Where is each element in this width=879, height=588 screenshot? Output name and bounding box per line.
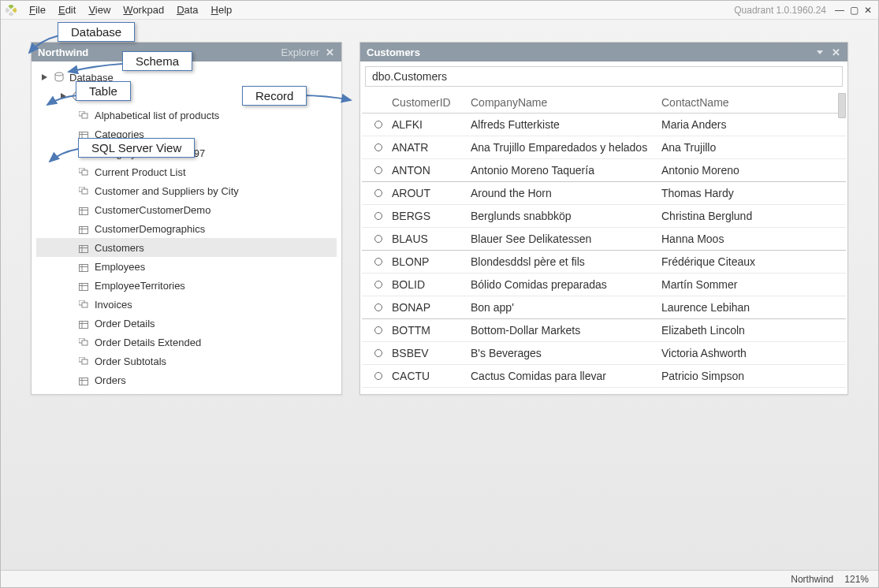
tree-item[interactable]: Order Details — [36, 314, 337, 333]
panel-menu-icon[interactable] — [814, 47, 825, 58]
cell-companyname: Cactus Comidas para llevar — [471, 370, 661, 382]
tree-item[interactable]: Invoices — [36, 295, 337, 314]
callout-database: Database — [58, 22, 135, 42]
table-icon — [79, 206, 90, 214]
cell-contactname: Antonio Moreno — [661, 164, 846, 177]
path-bar[interactable]: dbo.Customers — [365, 66, 843, 87]
cell-customerid: BERGS — [392, 210, 471, 222]
record-bullet-icon — [374, 212, 382, 220]
expander-icon[interactable] — [60, 92, 68, 100]
table-row[interactable]: BLONPBlondesddsl père et filsFrédérique … — [362, 251, 846, 274]
tree-item-label: Order Subtotals — [95, 355, 166, 367]
cell-contactname: Ana Trujillo — [661, 141, 846, 154]
tree-item[interactable]: CustomerDemographics — [36, 219, 337, 238]
table-row[interactable]: ANTONAntonio Moreno TaqueríaAntonio More… — [362, 159, 846, 182]
tree-item-label: CustomerCustomerDemo — [95, 204, 210, 216]
table-row[interactable]: AROUTAround the HornThomas Hardy — [362, 182, 846, 205]
data-grid: CustomerID CompanyName ContactName ALFKI… — [360, 91, 847, 394]
menu-file[interactable]: File — [23, 2, 52, 17]
view-icon — [79, 168, 90, 176]
tree-item-label: Order Details Extended — [95, 337, 201, 348]
svg-rect-3 — [8, 11, 13, 16]
customers-panel: Customers ✕ dbo.Customers CustomerID Com… — [359, 42, 848, 395]
tree-item-label: Alphabetical list of products — [95, 110, 219, 121]
table-row[interactable]: ANATRAna Trujillo Emparedados y heladosA… — [362, 136, 846, 159]
tree-item[interactable]: Current Product List — [36, 162, 337, 181]
menu-data[interactable]: Data — [170, 2, 204, 17]
cell-contactname: Frédérique Citeaux — [661, 255, 846, 268]
database-icon — [54, 72, 65, 83]
table-icon — [79, 225, 90, 233]
svg-rect-17 — [80, 208, 88, 215]
menu-edit[interactable]: Edit — [52, 2, 82, 17]
menu-view[interactable]: View — [82, 2, 117, 17]
minimize-button[interactable]: — — [834, 5, 845, 15]
customers-close-icon[interactable]: ✕ — [830, 47, 841, 58]
tree-item-label: Order Details — [95, 318, 155, 329]
record-bullet-icon — [374, 326, 382, 334]
svg-rect-26 — [80, 265, 88, 272]
expander-icon[interactable] — [41, 73, 49, 81]
cell-contactname: Martín Sommer — [661, 278, 846, 291]
cell-companyname: Antonio Moreno Taquería — [471, 164, 661, 177]
tree-item[interactable]: Alphabetical list of products — [36, 106, 337, 125]
tree-item[interactable]: Employees — [36, 257, 337, 276]
cell-customerid: BOLID — [392, 278, 471, 291]
table-icon — [79, 281, 90, 289]
svg-rect-20 — [80, 227, 88, 234]
svg-rect-2 — [6, 7, 10, 13]
tree-item-label: Customers — [95, 242, 144, 254]
window-controls: — ▢ ✕ — [834, 5, 873, 15]
svg-rect-16 — [82, 189, 88, 194]
explorer-tree: Database dbo Alphabetical list of produc… — [32, 61, 341, 394]
tree-item[interactable]: EmployeeTerritories — [36, 276, 337, 295]
record-bullet-icon — [374, 189, 382, 197]
tree-item-label: Customer and Suppliers by City — [95, 185, 239, 197]
table-icon — [79, 319, 90, 327]
tree-item[interactable]: Orders — [36, 370, 337, 389]
cell-contactname: Patricio Simpson — [661, 370, 846, 382]
column-contactname[interactable]: ContactName — [661, 96, 846, 109]
tree-item[interactable]: Order Subtotals — [36, 352, 337, 370]
scrollbar-thumb[interactable] — [838, 93, 846, 118]
maximize-button[interactable]: ▢ — [848, 5, 859, 15]
table-row[interactable]: CACTUCactus Comidas para llevarPatricio … — [362, 365, 846, 388]
svg-rect-29 — [80, 284, 88, 291]
tree-item[interactable]: Customers — [36, 238, 337, 257]
callout-view: SQL Server View — [78, 138, 195, 158]
menubar: FileEditViewWorkpadDataHelp Quadrant 1.0… — [1, 1, 878, 20]
svg-rect-7 — [82, 114, 88, 118]
table-row[interactable]: BOTTMBottom-Dollar MarketsElizabeth Linc… — [362, 319, 846, 342]
table-row[interactable]: BERGSBerglunds snabbköpChristina Berglun… — [362, 205, 846, 228]
customers-header: Customers ✕ — [360, 43, 847, 61]
customers-title: Customers — [367, 47, 814, 58]
tree-item[interactable]: CustomerCustomerDemo — [36, 200, 337, 219]
table-row[interactable]: BSBEVB's BeveragesVictoria Ashworth — [362, 342, 846, 365]
cell-companyname: Berglunds snabbköp — [471, 210, 661, 222]
column-customerid[interactable]: CustomerID — [392, 96, 471, 109]
record-bullet-icon — [374, 349, 382, 357]
path-text: dbo.Customers — [372, 70, 447, 83]
explorer-close-icon[interactable]: ✕ — [324, 47, 335, 58]
cell-customerid: CACTU — [392, 370, 471, 382]
cell-contactname: Christina Berglund — [661, 210, 846, 222]
view-icon — [79, 300, 90, 308]
cell-contactname: Hanna Moos — [661, 233, 846, 245]
tree-item[interactable]: Customer and Suppliers by City — [36, 181, 337, 200]
cell-customerid: ANTON — [392, 164, 471, 177]
cell-companyname: Bottom-Dollar Markets — [471, 324, 661, 337]
table-row[interactable]: BONAPBon app'Laurence Lebihan — [362, 296, 846, 319]
app-window: FileEditViewWorkpadDataHelp Quadrant 1.0… — [0, 0, 879, 588]
cell-companyname: Around the Horn — [471, 187, 661, 199]
table-row[interactable]: ALFKIAlfreds FutterkisteMaria Anders — [362, 114, 846, 136]
cell-customerid: BOTTM — [392, 324, 471, 337]
table-row[interactable]: BLAUSBlauer See DelikatessenHanna Moos — [362, 228, 846, 251]
cell-customerid: BLONP — [392, 255, 471, 268]
menu-workpad[interactable]: Workpad — [117, 2, 170, 17]
column-companyname[interactable]: CompanyName — [471, 96, 661, 109]
table-row[interactable]: BOLIDBólido Comidas preparadasMartín Som… — [362, 274, 846, 296]
menu-help[interactable]: Help — [205, 2, 239, 17]
tree-item[interactable]: Order Details Extended — [36, 333, 337, 352]
close-button[interactable]: ✕ — [862, 5, 873, 15]
status-name: Northwind — [791, 574, 833, 585]
